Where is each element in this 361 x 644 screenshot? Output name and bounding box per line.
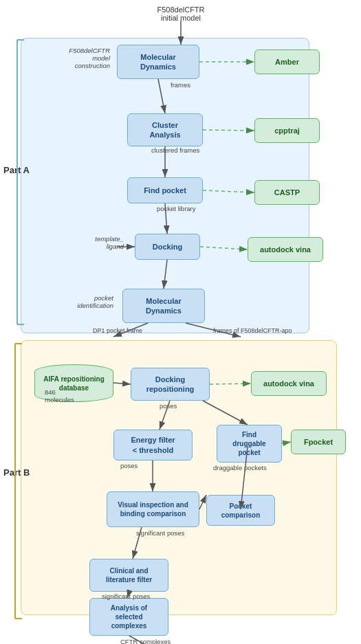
label-model-construction: F508delCFTRmodelconstruction [28,47,110,69]
part-b-label: Part B [3,467,30,478]
label-draggable-pockets: draggable pockets [213,464,267,471]
node-docking-repositioning: Docking repositioning [131,368,210,401]
node-docking-1: Docking [135,234,200,260]
node-analysis-selected: Analysis of selected complexes [89,598,168,636]
label-cftr-complexes: CFTR complexes [120,638,171,644]
node-cluster-analysis: Cluster Analysis [127,113,203,146]
label-frames-apo: frames of F508delCFTR-apo [213,327,292,334]
node-fpocket: Fpocket [291,430,346,454]
label-frames: frames [171,81,190,89]
node-castp: CASTP [254,180,320,205]
label-significant-poses-2: significant poses [102,592,150,600]
node-molecular-dynamics-2: Molecular Dynamics [122,289,205,323]
node-autodock-1: autodock vina [248,237,323,262]
top-node-label: F508delCFTR initial model [136,5,226,22]
node-clinical-filter: Clinical and literature filter [89,559,168,592]
label-significant-poses-1: significant poses [136,529,184,537]
node-find-druggable-pocket: Find druggable pocket [217,425,282,463]
node-cpptraj: cpptraj [254,118,320,143]
node-visual-inspection: Visual inspection and binding comparison [107,491,199,527]
node-amber-1: Amber [254,49,320,74]
label-846-molecules: 846molecules [45,388,74,403]
part-a-label: Part A [3,165,30,175]
label-clustered-frames: clustered frames [151,146,199,154]
label-poses-2: poses [120,462,138,469]
node-energy-filter: Energy filter < threshold [113,430,193,460]
node-molecular-dynamics-1: Molecular Dynamics [117,45,199,79]
page-container: F508delCFTR initial model Part A Part B … [0,0,361,14]
label-pocket-identification: pocketidentification [34,294,113,309]
label-dp1-pocket-frame: DP1 pocket frame [93,327,142,334]
node-autodock-2: autodock vina [251,371,327,396]
node-pocket-comparison: Pocket comparison [206,495,275,526]
label-poses-1: poses [160,402,177,410]
label-template-ligand: template_ligand [41,235,124,250]
label-pocket-library: pocket library [157,205,196,212]
node-find-pocket: Find pocket [127,177,203,203]
